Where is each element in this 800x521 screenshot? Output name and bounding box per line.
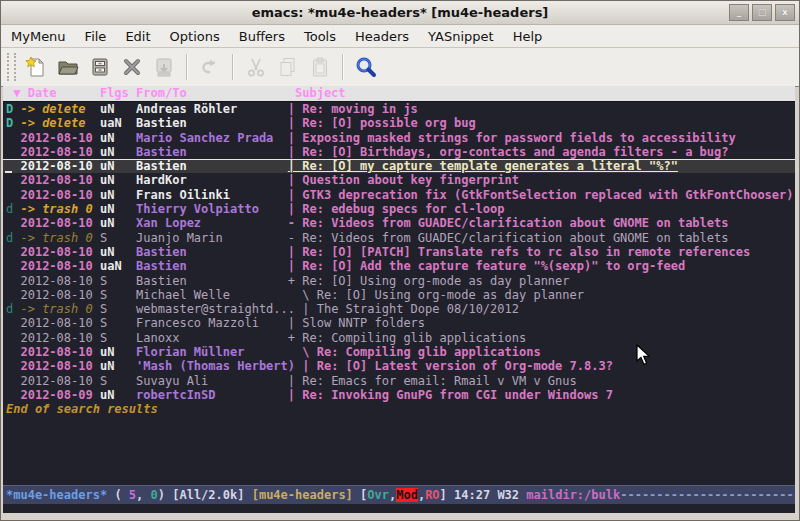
minimize-button[interactable]: _ — [729, 4, 749, 21]
copy-icon — [272, 52, 304, 82]
message-row[interactable]: 2012-08-10 S Michael Welle \ Re: [O] Usi… — [3, 288, 795, 302]
message-row[interactable]: d -> trash 0 uN Thierry Volpiatto | Re: … — [3, 202, 795, 216]
toolbar-separator — [342, 54, 344, 80]
menu-item-edit[interactable]: Edit — [125, 29, 150, 44]
message-row[interactable]: d -> trash 0 S Juanjo Marin - Re: Videos… — [3, 231, 795, 245]
subject-column: | Re: [O] Latest version of Org-mode 7.8… — [302, 359, 613, 373]
message-row[interactable]: 2012-08-10 uaN Bastien | Re: [O] Add the… — [3, 259, 795, 273]
flags-column: uN — [100, 245, 136, 259]
mark-action: -> trash 0 — [20, 231, 99, 245]
new-file-icon[interactable] — [20, 52, 52, 82]
menu-item-buffers[interactable]: Buffers — [239, 29, 285, 44]
flags-column: S — [100, 374, 136, 388]
message-row[interactable]: 2012-08-10 S Bastien + Re: [O] Using org… — [3, 274, 795, 288]
flags-column: S — [100, 274, 136, 288]
modeline-segment: 14:27 W32 — [454, 488, 526, 502]
message-row[interactable]: 2012-08-10 uN Bastien | Re: [O] Birthday… — [3, 145, 795, 159]
mu4e-headers-buffer: ▼ Date Flgs From/To Subject D -> delete … — [3, 86, 795, 513]
message-row[interactable]: 2012-08-10 uN Bastien | Re: [O] [PATCH] … — [3, 245, 795, 259]
menu-item-headers[interactable]: Headers — [355, 29, 409, 44]
message-row[interactable]: 2012-08-10 uN 'Mash (Thomas Herbert) | R… — [3, 359, 795, 373]
menu-item-help[interactable]: Help — [513, 29, 543, 44]
mark-column — [6, 388, 20, 402]
message-row[interactable]: 2012-08-10 uN Florian Müllner \ Re: Comp… — [3, 345, 795, 359]
mark-column — [6, 216, 20, 230]
headers-column-header[interactable]: ▼ Date Flgs From/To Subject — [3, 86, 795, 102]
modeline-segment: 0 — [151, 488, 158, 502]
message-row[interactable]: 2012-08-10 uN HardKor | Question about k… — [3, 173, 795, 187]
subject-column: | Re: [O] Add the capture feature "%(sex… — [288, 259, 685, 273]
subject-column: | Re: moving in js — [288, 102, 418, 116]
mark-column: d — [6, 302, 20, 316]
message-row[interactable]: D -> delete uaN Bastien | Re: [O] possib… — [3, 116, 795, 130]
subject-column: | Re: [O] possible org bug — [288, 116, 476, 130]
subject-column: + Re: [O] Using org-mode as day planner — [288, 274, 570, 288]
flags-column: S — [100, 288, 136, 302]
from-column: HardKor — [136, 173, 288, 187]
message-list: D -> delete uN Andreas Röhler | Re: movi… — [3, 102, 795, 486]
flags-column: uN — [100, 202, 136, 216]
mark-column — [6, 131, 20, 145]
mark-column: d — [6, 202, 20, 216]
menu-item-tools[interactable]: Tools — [304, 29, 336, 44]
message-row[interactable]: 2012-08-10 uN Mario Sanchez Prada | Expo… — [3, 131, 795, 145]
save-as-icon — [148, 52, 180, 82]
menu-item-mymenu[interactable]: MyMenu — [11, 29, 66, 44]
mark-column — [6, 159, 20, 173]
from-column: Bastien — [136, 259, 288, 273]
subject-column: \ Re: [O] Using org-mode as day planner — [288, 288, 584, 302]
open-folder-icon[interactable] — [52, 52, 84, 82]
close-buffer-icon[interactable] — [116, 52, 148, 82]
subject-column: | Re: [O] my capture template generates … — [288, 159, 678, 173]
title-bar: emacs: *mu4e-headers* [mu4e-headers] _□x — [1, 1, 799, 25]
save-icon[interactable] — [84, 52, 116, 82]
message-row[interactable]: 2012-08-10 S Lanoxx + Re: Compiling glib… — [3, 331, 795, 345]
close-button[interactable]: x — [775, 4, 795, 21]
minibuffer[interactable] — [3, 504, 795, 513]
message-row[interactable]: D -> delete uN Andreas Röhler | Re: movi… — [3, 102, 795, 116]
message-row[interactable]: 2012-08-10 uN Frans Oilinki | GTK3 depre… — [3, 188, 795, 202]
from-column: Lanoxx — [136, 331, 288, 345]
modeline-segment: Ovr — [367, 488, 389, 502]
modeline-segment: RO — [425, 488, 439, 502]
date-column: 2012-08-10 — [20, 274, 99, 288]
message-row[interactable]: 2012-08-09 uN robertcInSD | Re: Invoking… — [3, 388, 795, 402]
menu-item-options[interactable]: Options — [170, 29, 220, 44]
modeline-segment: , — [136, 488, 150, 502]
menu-item-yasnippet[interactable]: YASnippet — [428, 29, 494, 44]
undo-icon — [194, 52, 226, 82]
menu-item-file[interactable]: File — [85, 29, 107, 44]
subject-column: - Re: Videos from GUADEC/clarification a… — [288, 231, 729, 245]
message-row[interactable]: 2012-08-10 S Suvayu Ali | Re: Emacs for … — [3, 374, 795, 388]
subject-column: | GTK3 deprecation fix (GtkFontSelection… — [288, 188, 794, 202]
flags-column: uaN — [100, 116, 136, 130]
end-of-search-results: End of search results — [3, 402, 795, 416]
cut-icon — [240, 52, 272, 82]
mouse-cursor — [636, 344, 652, 366]
date-column: 2012-08-10 — [20, 245, 99, 259]
date-column: 2012-08-10 — [20, 259, 99, 273]
date-column: 2012-08-10 — [20, 131, 99, 145]
message-row[interactable]: d -> trash 0 S webmaster@straightd... | … — [3, 302, 795, 316]
mark-column: D — [6, 102, 20, 116]
mode-line[interactable]: *mu4e-headers* ( 5, 0) [All/2.0k] [mu4e-… — [3, 485, 795, 504]
flags-column: uN — [100, 102, 136, 116]
message-row[interactable]: 2012-08-10 S Francesco Mazzoli | Slow NN… — [3, 316, 795, 330]
tool-bar — [1, 48, 799, 87]
toolbar-grip-icon[interactable] — [7, 53, 16, 81]
flags-column: uN — [100, 388, 136, 402]
message-row[interactable]: 2012-08-10 uN Xan Lopez - Re: Videos fro… — [3, 216, 795, 230]
subject-column: - Re: Videos from GUADEC/clarification a… — [288, 216, 729, 230]
modeline-segment: *mu4e-headers* — [6, 488, 107, 502]
maximize-button[interactable]: □ — [752, 4, 772, 21]
from-column: Frans Oilinki — [136, 188, 288, 202]
modeline-segment: ) [All/2.0k] — [158, 488, 252, 502]
search-icon[interactable] — [350, 52, 382, 82]
mark-column — [6, 345, 20, 359]
subject-column: | Question about key fingerprint — [288, 173, 519, 187]
message-row-current[interactable]: 2012-08-10 uN Bastien | Re: [O] my captu… — [3, 159, 795, 173]
mark-action: -> delete — [20, 102, 99, 116]
toolbar-separator — [186, 54, 188, 80]
from-column: Bastien — [136, 159, 288, 173]
flags-column: uN — [100, 216, 136, 230]
